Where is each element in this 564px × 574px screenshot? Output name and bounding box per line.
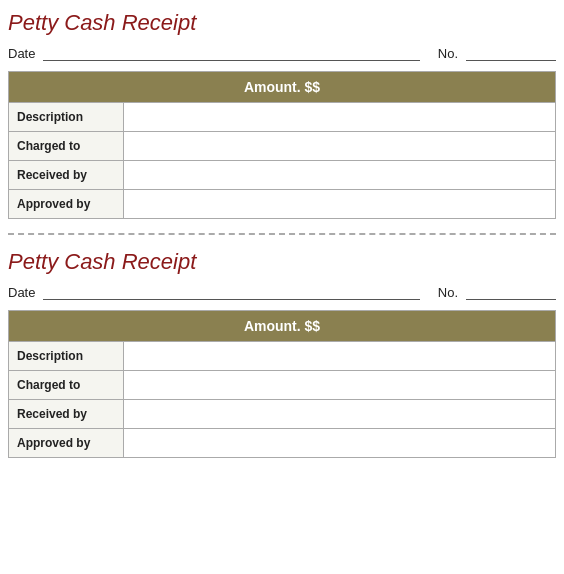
row-label-description-2: Description xyxy=(9,342,124,371)
row-label-charged-1: Charged to xyxy=(9,132,124,161)
row-value-received-1[interactable] xyxy=(124,161,556,190)
no-label-1: No. xyxy=(438,46,458,61)
date-label-1: Date xyxy=(8,46,35,61)
table-row: Charged to xyxy=(9,132,556,161)
row-label-description-1: Description xyxy=(9,103,124,132)
row-label-charged-2: Charged to xyxy=(9,371,124,400)
date-label-2: Date xyxy=(8,285,35,300)
row-value-received-2[interactable] xyxy=(124,400,556,429)
table-row: Description xyxy=(9,103,556,132)
table-row: Received by xyxy=(9,161,556,190)
row-label-received-1: Received by xyxy=(9,161,124,190)
table-row: Approved by xyxy=(9,429,556,458)
no-line-1[interactable] xyxy=(466,47,556,61)
receipt-table-1: Amount. $$ Description Charged to Receiv… xyxy=(8,71,556,219)
table-row: Charged to xyxy=(9,371,556,400)
date-row-1: Date No. xyxy=(8,46,556,61)
row-value-approved-1[interactable] xyxy=(124,190,556,219)
row-value-charged-1[interactable] xyxy=(124,132,556,161)
date-line-2[interactable] xyxy=(43,286,419,300)
row-value-description-2[interactable] xyxy=(124,342,556,371)
table-row: Approved by xyxy=(9,190,556,219)
row-label-approved-1: Approved by xyxy=(9,190,124,219)
row-label-approved-2: Approved by xyxy=(9,429,124,458)
row-value-approved-2[interactable] xyxy=(124,429,556,458)
amount-header-2: Amount. $$ xyxy=(9,311,556,342)
date-row-2: Date No. xyxy=(8,285,556,300)
no-label-2: No. xyxy=(438,285,458,300)
receipt-block-2: Petty Cash Receipt Date No. Amount. $$ D… xyxy=(8,249,556,458)
receipt-title-2: Petty Cash Receipt xyxy=(8,249,556,275)
row-value-charged-2[interactable] xyxy=(124,371,556,400)
receipt-divider xyxy=(8,233,556,235)
row-label-received-2: Received by xyxy=(9,400,124,429)
receipt-table-2: Amount. $$ Description Charged to Receiv… xyxy=(8,310,556,458)
table-row: Received by xyxy=(9,400,556,429)
receipt-block-1: Petty Cash Receipt Date No. Amount. $$ D… xyxy=(8,10,556,219)
row-value-description-1[interactable] xyxy=(124,103,556,132)
amount-header-1: Amount. $$ xyxy=(9,72,556,103)
date-line-1[interactable] xyxy=(43,47,419,61)
no-line-2[interactable] xyxy=(466,286,556,300)
receipt-title-1: Petty Cash Receipt xyxy=(8,10,556,36)
table-row: Description xyxy=(9,342,556,371)
